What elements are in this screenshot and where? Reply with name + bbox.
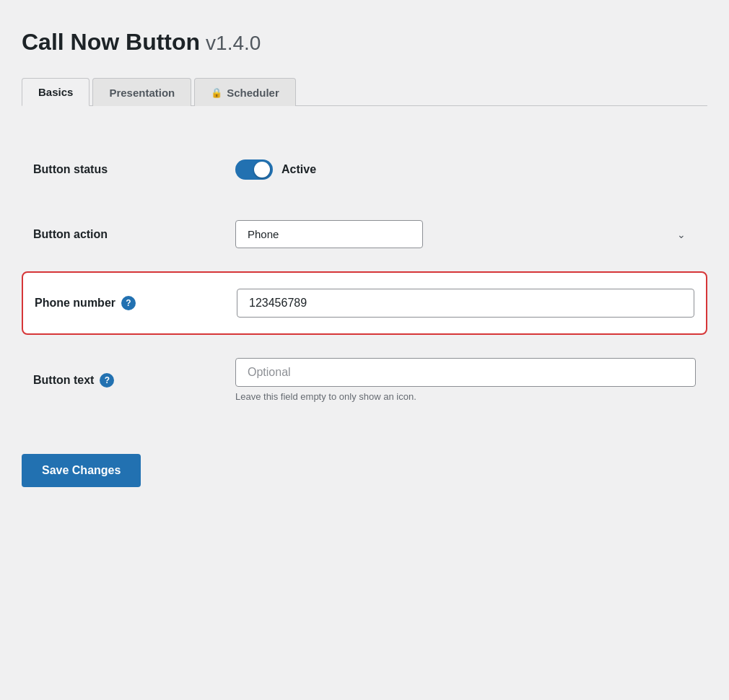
button-status-control: Active [235, 159, 696, 180]
button-action-select-wrapper: Phone WhatsApp Email SMS URL ⌄ [235, 220, 696, 248]
phone-number-help-icon[interactable]: ? [121, 296, 136, 310]
form-area: Button status Active Button action Phone… [22, 135, 707, 432]
page-container: Call Now Button v1.4.0 Basics Presentati… [22, 29, 707, 487]
phone-number-label: Phone number ? [35, 296, 237, 310]
button-text-label-text: Button text [33, 374, 94, 387]
button-text-hint: Leave this field empty to only show an i… [235, 391, 696, 402]
toggle-knob [254, 162, 270, 178]
button-text-row: Button text ? Leave this field empty to … [22, 341, 707, 419]
chevron-down-icon: ⌄ [677, 229, 686, 240]
save-button[interactable]: Save Changes [22, 454, 141, 487]
phone-number-row: Phone number ? [22, 271, 707, 335]
button-status-label: Button status [33, 163, 235, 176]
button-text-input[interactable] [235, 358, 696, 387]
toggle-wrapper: Active [235, 159, 696, 180]
tab-scheduler[interactable]: 🔒 Scheduler [194, 78, 296, 106]
tab-scheduler-label: Scheduler [227, 87, 279, 99]
phone-number-control [237, 289, 694, 318]
tab-basics[interactable]: Basics [22, 78, 90, 106]
button-text-help-icon[interactable]: ? [100, 373, 114, 388]
app-name: Call Now Button [22, 29, 200, 56]
tab-presentation[interactable]: Presentation [92, 78, 191, 106]
tab-presentation-label: Presentation [109, 87, 175, 99]
button-action-label: Button action [33, 228, 235, 241]
app-version: v1.4.0 [206, 32, 261, 55]
lock-icon: 🔒 [211, 87, 222, 98]
page-title: Call Now Button v1.4.0 [22, 29, 707, 56]
phone-number-input[interactable] [237, 289, 694, 318]
toggle-active-label: Active [281, 163, 316, 176]
button-status-row: Button status Active [22, 142, 707, 197]
phone-number-label-text: Phone number [35, 297, 115, 310]
button-action-control: Phone WhatsApp Email SMS URL ⌄ [235, 220, 696, 248]
button-text-control: Leave this field empty to only show an i… [235, 358, 696, 402]
tab-basics-label: Basics [38, 86, 73, 98]
button-action-select[interactable]: Phone WhatsApp Email SMS URL [235, 220, 423, 248]
button-status-toggle[interactable] [235, 159, 273, 180]
button-action-row: Button action Phone WhatsApp Email SMS U… [22, 203, 707, 266]
button-text-label: Button text ? [33, 373, 235, 388]
tabs-container: Basics Presentation 🔒 Scheduler [22, 77, 707, 106]
